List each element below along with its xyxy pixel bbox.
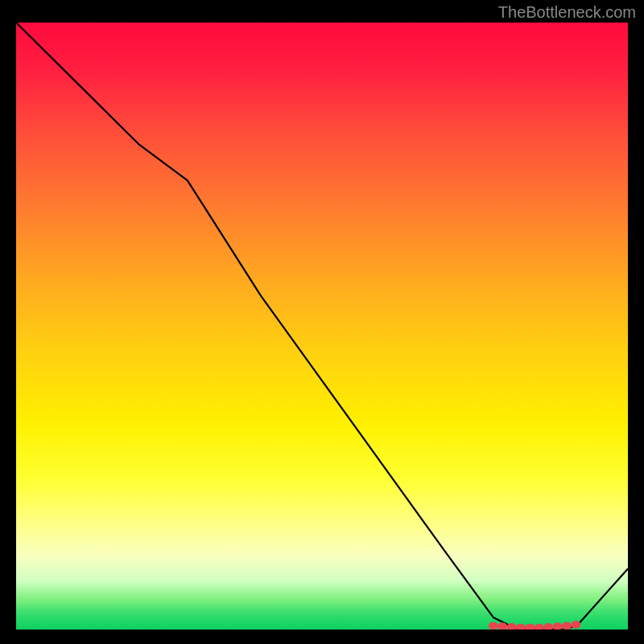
svg-point-4 — [525, 624, 535, 630]
svg-point-8 — [562, 621, 572, 630]
svg-point-9 — [571, 621, 580, 629]
watermark-text: TheBottleneck.com — [498, 3, 636, 22]
chart-line — [16, 23, 628, 630]
svg-point-0 — [489, 621, 498, 630]
chart-plot-area — [16, 23, 628, 630]
svg-point-3 — [516, 624, 526, 630]
chart-svg — [16, 23, 628, 630]
svg-point-7 — [553, 622, 563, 630]
svg-point-5 — [535, 624, 544, 630]
svg-point-6 — [543, 623, 553, 630]
